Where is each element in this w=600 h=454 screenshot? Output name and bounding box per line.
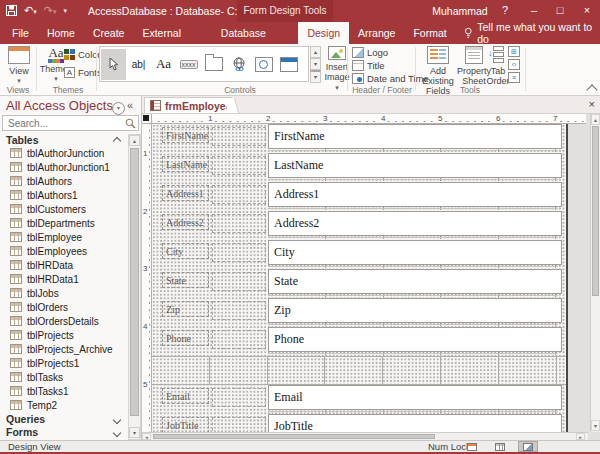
- layout-cell[interactable]: [212, 417, 266, 432]
- field-label[interactable]: City: [162, 243, 209, 259]
- field-label[interactable]: JobTitle: [162, 417, 209, 432]
- list-item[interactable]: tblTasks1: [0, 384, 127, 398]
- nav-group-forms[interactable]: Forms: [0, 426, 126, 439]
- layout-cell[interactable]: [212, 243, 266, 262]
- list-item[interactable]: tblProjects: [0, 328, 127, 342]
- nav-pane-scrollbar[interactable]: ▴ ▾: [128, 134, 141, 440]
- tell-me-box[interactable]: Tell me what you want to do: [464, 22, 600, 44]
- field-textbox[interactable]: FirstName: [268, 124, 562, 149]
- form-view-button[interactable]: [462, 441, 482, 452]
- hyperlink-control[interactable]: [226, 49, 251, 80]
- layout-cell[interactable]: [212, 156, 266, 175]
- field-label[interactable]: FirstName: [162, 127, 209, 143]
- nav-search-box[interactable]: [2, 115, 139, 131]
- field-label[interactable]: LastName: [162, 156, 209, 172]
- web-browser-control[interactable]: [251, 49, 276, 80]
- layout-cell[interactable]: [212, 185, 266, 204]
- list-item[interactable]: Temp2: [0, 398, 127, 412]
- horizontal-ruler[interactable]: 1 2 3 4 5 6 7: [152, 114, 586, 124]
- field-label[interactable]: State: [162, 272, 209, 288]
- navigation-control[interactable]: [276, 49, 301, 80]
- field-label[interactable]: Zip: [162, 301, 209, 317]
- search-input[interactable]: [6, 116, 125, 131]
- scroll-thumb[interactable]: [592, 126, 599, 296]
- field-label[interactable]: Email: [162, 388, 209, 404]
- gallery-scroll-down[interactable]: ▾: [310, 58, 321, 70]
- tab-format[interactable]: Format: [404, 22, 455, 44]
- gallery-scroll-up[interactable]: ▴: [310, 46, 321, 58]
- help-button[interactable]: ?: [494, 0, 516, 22]
- list-item[interactable]: tblHRData: [0, 258, 127, 272]
- close-document-icon[interactable]: ×: [589, 98, 595, 110]
- tab-order-button[interactable]: Tab Order: [487, 46, 509, 86]
- tab-home[interactable]: Home: [38, 22, 84, 44]
- scroll-thumb[interactable]: [153, 434, 435, 439]
- list-item[interactable]: tblOrdersDetails: [0, 314, 127, 328]
- field-textbox[interactable]: State: [268, 269, 562, 294]
- vertical-ruler[interactable]: 1 2 3 4 5: [142, 124, 152, 432]
- tab-file[interactable]: File: [3, 22, 38, 44]
- textbox-control[interactable]: ab|: [126, 49, 151, 80]
- label-control[interactable]: Aa: [151, 49, 176, 80]
- layout-cell[interactable]: [212, 127, 266, 146]
- nav-group-queries[interactable]: Queries: [0, 413, 126, 426]
- select-pointer-control[interactable]: [101, 49, 126, 80]
- field-textbox[interactable]: City: [268, 240, 562, 265]
- save-icon[interactable]: [6, 5, 17, 18]
- list-item[interactable]: tblAuthors: [0, 174, 127, 188]
- scroll-down-arrow[interactable]: ▾: [591, 420, 600, 431]
- list-item[interactable]: tblProjects_Archive: [0, 342, 127, 356]
- collapse-ribbon-button[interactable]: [586, 84, 597, 95]
- shutter-close-icon[interactable]: «: [127, 99, 133, 111]
- field-label[interactable]: Address2: [162, 214, 209, 230]
- field-textbox[interactable]: Phone: [268, 327, 562, 352]
- layout-cell[interactable]: [212, 330, 266, 349]
- list-item[interactable]: tblHRData1: [0, 272, 127, 286]
- layout-cell[interactable]: [212, 214, 266, 233]
- scroll-thumb[interactable]: [130, 148, 139, 416]
- scroll-left-arrow[interactable]: ◂: [142, 433, 151, 440]
- horizontal-scrollbar[interactable]: ◂ ▸: [142, 432, 588, 440]
- datasheet-view-button[interactable]: [490, 441, 510, 452]
- list-item[interactable]: tblJobs: [0, 286, 127, 300]
- maximize-button[interactable]: □: [549, 0, 571, 22]
- tab-design[interactable]: Design: [298, 22, 349, 44]
- list-item[interactable]: tblCustomers: [0, 202, 127, 216]
- ruler-corner[interactable]: [142, 114, 152, 124]
- field-label[interactable]: Address1: [162, 185, 209, 201]
- subform-in-new-window-button[interactable]: ⊞: [508, 46, 520, 57]
- list-item[interactable]: tblEmployees: [0, 244, 127, 258]
- scroll-up-arrow[interactable]: ▴: [129, 135, 140, 146]
- form-design-canvas[interactable]: FirstName FirstName LastName LastName Ad…: [152, 124, 568, 432]
- layout-cell[interactable]: [212, 272, 266, 291]
- view-button[interactable]: View ▾: [4, 46, 34, 86]
- list-item[interactable]: tblTasks: [0, 370, 127, 384]
- customize-qat-button[interactable]: ▾: [63, 0, 67, 22]
- empty-layout-row[interactable]: [152, 356, 566, 385]
- list-item[interactable]: tblEmployee: [0, 230, 127, 244]
- field-label[interactable]: Phone: [162, 330, 209, 346]
- section-selector[interactable]: [143, 115, 149, 121]
- property-sheet-button[interactable]: Property Sheet: [459, 46, 489, 86]
- list-item[interactable]: tblAuthorJunction: [0, 146, 127, 160]
- tab-database-tools[interactable]: Database Tools: [212, 22, 299, 44]
- convert-macros-button[interactable]: ≡: [508, 72, 520, 83]
- tab-external-data[interactable]: External Data: [133, 22, 211, 44]
- field-textbox[interactable]: LastName: [268, 153, 562, 178]
- redo-button[interactable]: ↷▾: [44, 0, 57, 23]
- field-textbox[interactable]: Address1: [268, 182, 562, 207]
- field-textbox[interactable]: JobTitle: [268, 414, 562, 432]
- tab-arrange[interactable]: Arrange: [349, 22, 404, 44]
- document-tab-frmEmployee[interactable]: frmEmployee: [144, 97, 232, 113]
- close-button[interactable]: ×: [576, 0, 598, 22]
- layout-cell[interactable]: [212, 301, 266, 320]
- list-item[interactable]: tblProjects1: [0, 356, 127, 370]
- button-control[interactable]: xxxx: [176, 49, 201, 80]
- field-textbox[interactable]: Email: [268, 385, 562, 410]
- scroll-up-arrow[interactable]: ▴: [591, 114, 600, 125]
- field-textbox[interactable]: Zip: [268, 298, 562, 323]
- date-and-time-button[interactable]: Date and Time: [352, 73, 429, 84]
- list-item[interactable]: tblAuthorJunction1: [0, 160, 127, 174]
- nav-pane-menu-icon[interactable]: ▾: [112, 102, 125, 115]
- tab-control[interactable]: [201, 49, 226, 80]
